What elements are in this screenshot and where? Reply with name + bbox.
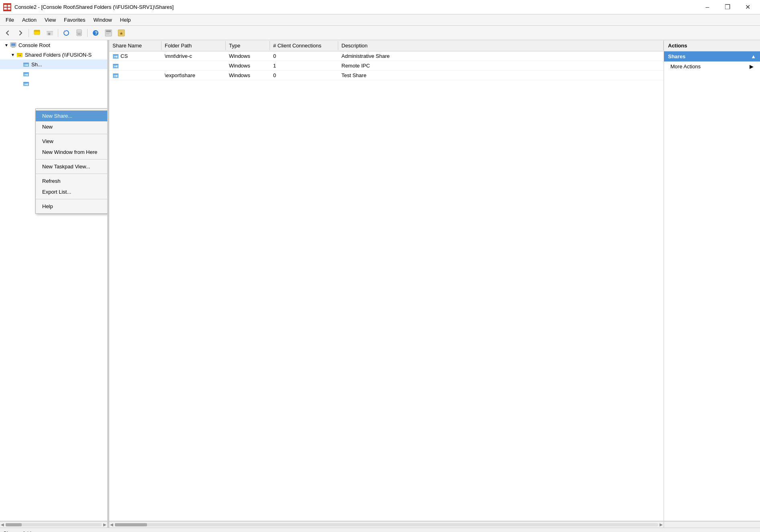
cell-share-name-1: CS — [109, 52, 161, 60]
cell-description-3: Test Share — [338, 72, 664, 79]
share-row-icon-2 — [112, 63, 119, 69]
list-row[interactable]: Windows 1 Remote IPC — [109, 61, 664, 71]
menu-favorites[interactable]: Favorites — [60, 15, 89, 25]
tree-item-share-1[interactable]: Sh... — [0, 59, 107, 69]
status-bar: Share a folder — [0, 528, 760, 532]
toolbar-up[interactable] — [31, 27, 43, 39]
close-button[interactable]: ✕ — [738, 2, 757, 13]
menu-file[interactable]: File — [2, 15, 18, 25]
svg-rect-6 — [34, 32, 40, 35]
cell-type-2: Windows — [226, 62, 270, 70]
cell-type-3: Windows — [226, 72, 270, 79]
ctx-new-share-label: New Share... — [42, 113, 72, 119]
header-folder-path[interactable]: Folder Path — [161, 41, 226, 50]
toolbar-folder[interactable]: ⊞ — [44, 27, 56, 39]
svg-text:⊞: ⊞ — [48, 32, 51, 36]
menu-view[interactable]: View — [41, 15, 60, 25]
ctx-refresh[interactable]: Refresh — [36, 176, 108, 186]
list-row[interactable]: CS \mnt\drive-c Windows 0 Administrative… — [109, 51, 664, 61]
ctx-view-label: View — [42, 138, 53, 144]
content-scroll-thumb[interactable] — [115, 523, 147, 526]
svg-rect-12 — [77, 32, 82, 36]
menu-window[interactable]: Window — [90, 15, 116, 25]
cell-folder-path-2 — [161, 65, 226, 67]
cell-share-name-3 — [109, 72, 161, 80]
toolbar-forward[interactable] — [14, 27, 27, 39]
tree-panel: ▼ Console Root ▼ — [0, 40, 108, 521]
ctx-view[interactable]: View ▶ — [36, 136, 108, 147]
ctx-new-share[interactable]: New Share... — [36, 110, 108, 121]
tree-item-label: Console Root — [18, 42, 50, 48]
toolbar-print[interactable] — [73, 27, 85, 39]
tree-scroll-thumb[interactable] — [6, 523, 22, 526]
svg-rect-25 — [12, 47, 15, 47]
actions-more-actions[interactable]: More Actions ▶ — [664, 61, 760, 72]
content-scrollbar[interactable]: ◀ ▶ — [109, 521, 664, 528]
window-controls[interactable]: – ❐ ✕ — [698, 2, 757, 13]
tree-item-shared-folders[interactable]: ▼ Shared Folders (\\FUSION-S — [0, 50, 107, 59]
tree-item-share-2[interactable] — [0, 69, 107, 79]
cell-description-1: Administrative Share — [338, 52, 664, 60]
ctx-help-label: Help — [42, 203, 53, 209]
ctx-new-taskpad[interactable]: New Taskpad View... — [36, 161, 108, 172]
shared-folders-icon — [16, 51, 23, 58]
cell-description-2: Remote IPC — [338, 62, 664, 70]
toolbar-help[interactable]: ? — [90, 27, 102, 39]
bottom-scroll-area: ◀ ▶ ◀ ▶ — [0, 521, 760, 528]
cell-connections-2: 1 — [270, 62, 338, 70]
cell-share-name-2 — [109, 62, 161, 70]
svg-rect-1 — [4, 5, 7, 7]
menu-help[interactable]: Help — [116, 15, 135, 25]
header-description[interactable]: Description — [338, 41, 664, 50]
tree-scroll-track[interactable] — [6, 523, 102, 526]
toolbar: ⊞ ? ★ — [0, 26, 760, 40]
ctx-sep-3 — [36, 174, 108, 174]
menu-action[interactable]: Action — [18, 15, 41, 25]
ctx-new-window[interactable]: New Window from Here — [36, 147, 108, 158]
toolbar-special[interactable]: ★ — [115, 27, 127, 39]
share-row-icon-3 — [112, 72, 119, 79]
svg-rect-20 — [106, 34, 109, 34]
header-connections[interactable]: # Client Connections — [270, 41, 338, 50]
actions-section-arrow: ▲ — [751, 53, 756, 59]
cell-connections-3: 0 — [270, 72, 338, 79]
ctx-new-taskpad-label: New Taskpad View... — [42, 164, 90, 170]
ctx-export[interactable]: Export List... — [36, 186, 108, 197]
tree-expand-shared[interactable]: ▼ — [10, 51, 16, 58]
console-root-icon — [10, 41, 17, 49]
svg-rect-24 — [11, 43, 15, 46]
tree-scrollbar[interactable]: ◀ ▶ — [0, 521, 108, 528]
svg-rect-28 — [17, 53, 19, 54]
tree-item-console-root[interactable]: ▼ Console Root — [0, 40, 107, 50]
ctx-refresh-label: Refresh — [42, 178, 61, 184]
svg-rect-18 — [106, 31, 111, 32]
svg-rect-14 — [78, 34, 81, 35]
header-share-name[interactable]: Share Name — [109, 41, 161, 50]
toolbar-properties[interactable] — [102, 27, 114, 39]
svg-rect-2 — [8, 5, 10, 7]
content-scroll-track[interactable] — [115, 523, 658, 526]
ctx-sep-4 — [36, 199, 108, 199]
ctx-sep-1 — [36, 134, 108, 134]
toolbar-sep-3 — [87, 29, 88, 37]
actions-section-shares[interactable]: Shares ▲ — [664, 51, 760, 61]
svg-rect-19 — [106, 33, 111, 33]
toolbar-back[interactable] — [2, 27, 14, 39]
list-header: Share Name Folder Path Type # Client Con… — [109, 40, 664, 51]
shared-folders-label: Shared Folders (\\FUSION-S — [25, 52, 92, 58]
tree-item-share-3[interactable] — [0, 79, 107, 88]
list-row[interactable]: \export\share Windows 0 Test Share — [109, 71, 664, 80]
list-body: CS \mnt\drive-c Windows 0 Administrative… — [109, 51, 664, 521]
window-title: Console2 - [Console Root\Shared Folders … — [14, 4, 698, 10]
actions-more-actions-arrow: ▶ — [750, 63, 754, 70]
ctx-sep-2 — [36, 159, 108, 160]
restore-button[interactable]: ❐ — [718, 2, 737, 13]
menu-bar: File Action View Favorites Window Help — [0, 14, 760, 26]
share-2-icon — [22, 70, 30, 78]
header-type[interactable]: Type — [226, 41, 270, 50]
minimize-button[interactable]: – — [698, 2, 717, 13]
tree-expand-root[interactable]: ▼ — [3, 42, 10, 48]
ctx-new[interactable]: New ▶ — [36, 121, 108, 132]
ctx-help[interactable]: Help — [36, 201, 108, 212]
toolbar-refresh[interactable] — [60, 27, 72, 39]
